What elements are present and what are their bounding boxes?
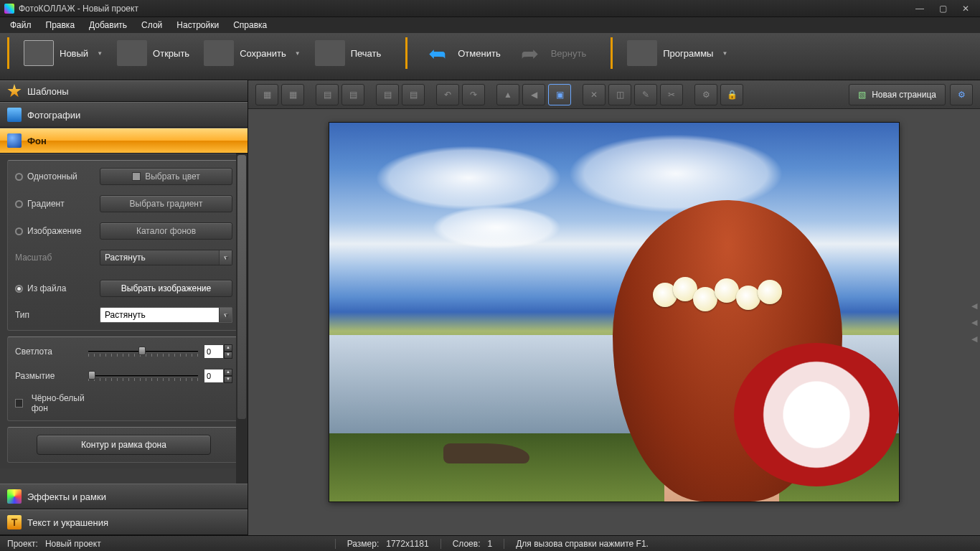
page-add-icon: ▧ xyxy=(858,90,866,100)
lock-icon[interactable]: 🔒 xyxy=(720,84,743,105)
new-page-button[interactable]: ▧ Новая страница xyxy=(849,84,946,105)
send-back-icon[interactable]: ▦ xyxy=(281,84,304,105)
sidebar-item-photos[interactable]: Фотографии xyxy=(0,102,248,128)
balloon-icon xyxy=(7,133,22,148)
undo-icon: ➦ xyxy=(422,41,452,66)
sidebar-item-background[interactable]: Фон xyxy=(0,128,248,154)
canvas[interactable] xyxy=(329,122,900,502)
status-project-label: Проект: xyxy=(7,539,38,549)
brightness-label: Светлота xyxy=(15,347,83,357)
sidebar-item-effects[interactable]: Эффекты и рамки xyxy=(0,484,248,509)
brightness-slider[interactable] xyxy=(88,345,198,358)
status-size-label: Размер: xyxy=(347,539,380,549)
text-icon xyxy=(7,515,22,529)
canvas-object-flowers xyxy=(653,277,796,316)
blur-label: Размытие xyxy=(15,371,83,381)
sidebar-item-text[interactable]: Текст и украшения xyxy=(0,509,248,535)
scale-select[interactable]: Растянуть▼ xyxy=(100,250,232,265)
align-top-icon[interactable]: ▤ xyxy=(376,84,399,105)
chevron-down-icon[interactable]: ▼ xyxy=(97,50,103,57)
minimize-button[interactable]: — xyxy=(910,3,930,14)
redo-icon: ➦ xyxy=(515,41,545,66)
star-icon xyxy=(7,84,22,98)
radio-image[interactable]: Изображение xyxy=(15,226,94,236)
workspace: ▦ ▦ ▤ ▤ ▤ ▤ ↶ ↷ ▲ ◀ ▣ ✕ ◫ xyxy=(248,80,980,535)
radio-gradient[interactable]: Градиент xyxy=(15,199,94,209)
canvas-object-boat xyxy=(443,443,529,463)
bg-catalog-button[interactable]: Каталог фонов xyxy=(100,222,232,240)
printer-icon xyxy=(315,40,345,66)
folder-icon xyxy=(117,40,147,66)
blur-input[interactable]: ▲▼ xyxy=(204,369,232,383)
chevron-down-icon[interactable]: ▼ xyxy=(295,50,301,57)
titlebar: ФотоКОЛЛАЖ - Новый проект — ▢ ✕ xyxy=(0,0,980,17)
menu-help[interactable]: Справка xyxy=(226,18,274,32)
page-settings-icon[interactable]: ⚙ xyxy=(950,84,973,105)
choose-color-button[interactable]: Выбрать цвет xyxy=(100,168,232,185)
print-button[interactable]: Печать xyxy=(308,37,389,69)
open-button[interactable]: Открыть xyxy=(110,37,197,69)
window-title: ФотоКОЛЛАЖ - Новый проект xyxy=(19,4,910,14)
left-panel: Шаблоны Фотографии Фон Однотонный Выбрат… xyxy=(0,80,248,535)
undo-button[interactable]: ➦Отменить xyxy=(415,38,507,69)
crop-icon[interactable]: ◫ xyxy=(608,84,631,105)
align-left-icon[interactable]: ▤ xyxy=(316,84,339,105)
menu-file[interactable]: Файл xyxy=(3,18,39,32)
color-swatch xyxy=(132,172,141,181)
type-label: Тип xyxy=(15,310,94,320)
new-button[interactable]: Новый▼ xyxy=(17,37,110,69)
box-icon xyxy=(627,40,657,66)
canvas-object-bouquet xyxy=(734,343,899,486)
redo-button[interactable]: ➦Вернуть xyxy=(508,38,594,69)
radio-solid[interactable]: Однотонный xyxy=(15,171,94,182)
edit-toolbar: ▦ ▦ ▤ ▤ ▤ ▤ ↶ ↷ ▲ ◀ ▣ ✕ ◫ xyxy=(248,80,980,109)
bw-checkbox[interactable]: Чёрно-белый фон xyxy=(15,393,94,413)
choose-gradient-button[interactable]: Выбрать градиент xyxy=(100,195,232,212)
programs-button[interactable]: Программы▼ xyxy=(620,37,735,69)
save-icon xyxy=(204,40,234,66)
fit-screen-icon[interactable]: ▣ xyxy=(548,84,571,105)
app-icon xyxy=(4,4,14,14)
rotate-left-icon[interactable]: ↶ xyxy=(436,84,459,105)
type-select[interactable]: Растянуть▼ xyxy=(100,307,232,323)
menu-edit[interactable]: Правка xyxy=(39,18,83,32)
align-right-icon[interactable]: ▤ xyxy=(341,84,364,105)
status-help: Для вызова справки нажмите F1. xyxy=(516,539,649,549)
bring-front-icon[interactable]: ▦ xyxy=(255,84,278,105)
menubar: Файл Правка Добавить Слой Настройки Спра… xyxy=(0,17,980,33)
statusbar: Проект: Новый проект Размер: 1772x1181 С… xyxy=(0,535,980,551)
delete-icon[interactable]: ✕ xyxy=(583,84,606,105)
panel-scrollbar[interactable] xyxy=(236,154,248,484)
menu-add[interactable]: Добавить xyxy=(82,18,134,32)
sidebar-item-templates[interactable]: Шаблоны xyxy=(0,80,248,102)
scissors-icon[interactable]: ✂ xyxy=(660,84,683,105)
menu-settings[interactable]: Настройки xyxy=(169,18,226,32)
rotate-right-icon[interactable]: ↷ xyxy=(462,84,485,105)
brightness-input[interactable]: ▲▼ xyxy=(204,344,232,359)
palette-icon xyxy=(7,489,22,504)
main-toolbar: Новый▼ Открыть Сохранить▼ Печать ➦Отмени… xyxy=(0,33,980,80)
close-button[interactable]: ✕ xyxy=(956,3,976,14)
status-project: Новый проект xyxy=(45,539,101,549)
menu-layer[interactable]: Слой xyxy=(134,18,169,32)
save-button[interactable]: Сохранить▼ xyxy=(197,37,308,69)
status-layers-label: Слоев: xyxy=(453,539,481,549)
blur-slider[interactable] xyxy=(88,369,198,382)
choose-image-button[interactable]: Выбрать изображение xyxy=(100,280,232,297)
flip-v-icon[interactable]: ◀ xyxy=(522,84,545,105)
status-layers: 1 xyxy=(487,539,492,549)
radio-from-file[interactable]: Из файла xyxy=(15,283,94,293)
align-bottom-icon[interactable]: ▤ xyxy=(402,84,425,105)
background-panel: Однотонный Выбрать цвет Градиент Выбрать… xyxy=(0,154,248,468)
contour-frame-button[interactable]: Контур и рамка фона xyxy=(37,435,211,455)
chevron-down-icon[interactable]: ▼ xyxy=(722,50,727,57)
new-icon xyxy=(24,40,54,66)
photo-icon xyxy=(7,108,22,122)
canvas-side-handles[interactable]: ◀◀◀ xyxy=(971,301,977,344)
scale-label: Масштаб xyxy=(15,253,94,263)
maximize-button[interactable]: ▢ xyxy=(933,3,953,14)
flip-h-icon[interactable]: ▲ xyxy=(496,84,519,105)
eyedropper-icon[interactable]: ✎ xyxy=(634,84,657,105)
gear-icon[interactable]: ⚙ xyxy=(694,84,717,105)
status-size: 1772x1181 xyxy=(386,539,428,549)
